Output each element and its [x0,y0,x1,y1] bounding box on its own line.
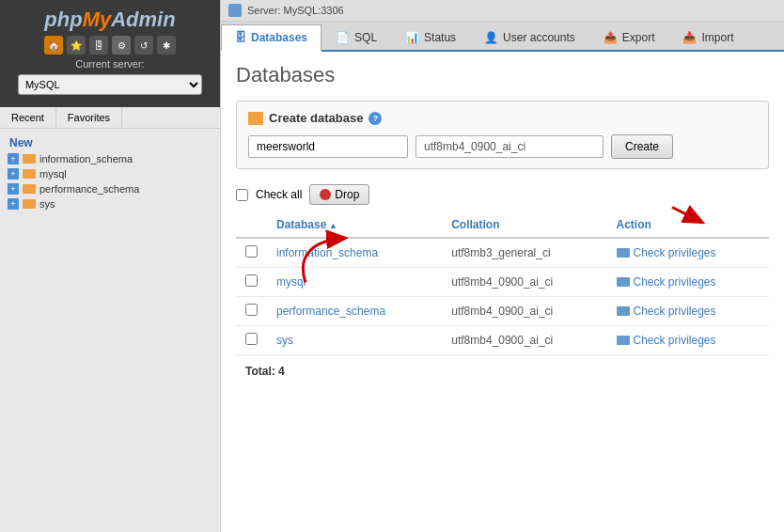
tab-import[interactable]: 📥 Import [668,24,747,50]
check-all-checkbox[interactable] [236,189,248,201]
logo-php: php [44,8,82,32]
table-row: performance_schema utf8mb4_0900_ai_ci Ch… [236,297,769,326]
db-icon [23,169,36,179]
expand-icon: + [8,153,19,164]
status-tab-label: Status [424,31,456,44]
refresh-icon[interactable]: ↺ [134,36,153,55]
create-db-label: Create database [269,111,363,125]
logo-my: My [83,8,112,32]
tree-item-information-schema[interactable]: + information_schema [4,151,216,166]
tree-item-sys[interactable]: + sys [4,196,216,211]
power-icon[interactable]: ✱ [157,36,176,55]
row-checkbox-cell [236,326,267,355]
check-privileges-link-1[interactable]: Check privileges [617,275,760,289]
table-row: information_schema utf8mb3_general_ci Ch… [236,238,769,268]
tree-label: performance_schema [39,183,139,195]
row-db-name-cell: information_schema [267,238,442,268]
server-icon [228,4,242,17]
db-small-icon[interactable]: 🗄 [89,36,108,55]
check-priv-icon-2 [617,306,630,316]
tree-item-performance-schema[interactable]: + performance_schema [4,181,216,196]
col-checkbox [236,212,267,238]
tab-user-accounts[interactable]: 👤 User accounts [470,24,589,50]
sidebar-icons: 🏠 ⭐ 🗄 ⚙ ↺ ✱ [8,36,212,55]
row-checkbox-0[interactable] [245,245,258,258]
users-tab-icon: 👤 [484,31,498,44]
tree-item-mysql[interactable]: + mysql [4,166,216,181]
tab-recent[interactable]: Recent [0,107,56,128]
create-button[interactable]: Create [611,134,673,159]
row-db-name-cell: mysql [267,268,442,297]
db-icon [23,199,36,209]
row-checkbox-2[interactable] [245,304,258,316]
export-tab-icon: 📤 [604,31,618,44]
expand-icon: + [8,183,19,195]
tab-status[interactable]: 📊 Status [391,24,470,50]
check-privileges-link-0[interactable]: Check privileges [617,246,760,259]
drop-icon [320,189,331,200]
row-collation-cell: utf8mb4_0900_ai_ci [442,326,606,355]
create-db-section: Create database ? Create [236,101,769,169]
db-name-input[interactable] [248,135,408,158]
collation-value-1: utf8mb4_0900_ai_ci [451,275,553,289]
check-privileges-link-2[interactable]: Check privileges [617,305,760,318]
help-icon[interactable]: ? [368,112,382,125]
sidebar-tree: New + information_schema + mysql + perfo… [0,129,220,532]
col-collation: Collation [442,212,606,238]
db-name-link-1[interactable]: mysql [276,275,306,289]
row-action-cell: Check privileges [607,268,770,297]
sidebar: phpMyAdmin 🏠 ⭐ 🗄 ⚙ ↺ ✱ Current server: M… [0,0,221,532]
logo-admin: Admin [111,8,175,32]
sql-tab-icon: 📄 [336,31,350,44]
table-header-row: Database Collation Action [236,212,769,238]
tab-sql[interactable]: 📄 SQL [321,24,391,50]
check-privileges-link-3[interactable]: Check privileges [617,334,760,347]
row-checkbox-1[interactable] [245,274,258,287]
tree-item-new[interactable]: New [4,134,216,151]
table-row: mysql utf8mb4_0900_ai_ci Check privilege… [236,268,769,297]
drop-label: Drop [335,188,359,201]
db-table-body: information_schema utf8mb3_general_ci Ch… [236,238,769,355]
create-db-form: Create [248,134,757,159]
row-action-cell: Check privileges [607,238,770,268]
sidebar-tabs: Recent Favorites [0,107,220,129]
drop-button[interactable]: Drop [309,184,369,205]
total-label: Total: 4 [236,365,769,378]
db-collation-input[interactable] [416,135,604,158]
db-table: Database Collation Action information_sc… [236,212,769,355]
collation-value-3: utf8mb4_0900_ai_ci [451,334,553,347]
databases-tab-label: Databases [251,31,307,44]
db-name-link-3[interactable]: sys [276,334,293,347]
row-checkbox-cell [236,297,267,326]
home-icon[interactable]: 🏠 [44,36,63,55]
gear-icon[interactable]: ⚙ [112,36,131,55]
row-action-cell: Check privileges [607,297,770,326]
server-label: Server: MySQL:3306 [247,5,344,16]
db-name-link-2[interactable]: performance_schema [276,305,385,318]
sql-tab-label: SQL [354,31,377,44]
row-collation-cell: utf8mb4_0900_ai_ci [442,297,606,326]
db-name-link-0[interactable]: information_schema [276,246,378,259]
row-action-cell: Check privileges [607,326,770,355]
star-icon[interactable]: ⭐ [67,36,86,55]
row-collation-cell: utf8mb4_0900_ai_ci [442,268,606,297]
row-collation-cell: utf8mb3_general_ci [442,238,606,268]
check-priv-icon-1 [617,277,630,287]
sidebar-logo: phpMyAdmin [8,8,212,32]
expand-icon: + [8,168,19,180]
db-icon [23,154,36,164]
create-db-icon [248,112,263,125]
tree-label: mysql [39,168,67,180]
nav-tabs: 🗄 Databases 📄 SQL 📊 Status 👤 User accoun… [221,22,784,52]
row-checkbox-3[interactable] [245,333,258,345]
col-database[interactable]: Database [267,212,442,238]
server-select[interactable]: MySQL [18,74,202,95]
export-tab-label: Export [622,31,655,44]
db-actions: Check all Drop [236,184,769,205]
table-row: sys utf8mb4_0900_ai_ci Check privileges [236,326,769,355]
row-checkbox-cell [236,268,267,297]
tab-export[interactable]: 📤 Export [589,24,669,50]
tab-databases[interactable]: 🗄 Databases [221,24,321,52]
create-db-header: Create database ? [248,111,757,125]
tab-favorites[interactable]: Favorites [56,107,122,128]
